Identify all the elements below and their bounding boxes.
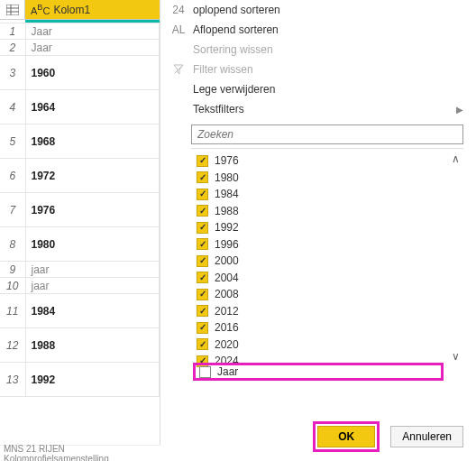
filter-value-label: 2008 bbox=[215, 288, 239, 300]
cancel-button[interactable]: Annuleren bbox=[390, 426, 463, 447]
checkbox[interactable] bbox=[197, 189, 208, 200]
filter-value-item[interactable]: 1996 bbox=[191, 236, 444, 254]
cell-value[interactable]: 1960 bbox=[25, 56, 160, 90]
filter-value-item[interactable]: 2016 bbox=[191, 319, 444, 337]
svg-rect-0 bbox=[6, 5, 19, 15]
table-row[interactable]: 61972 bbox=[0, 159, 160, 193]
filter-value-item[interactable]: 1988 bbox=[191, 203, 444, 220]
row-number: 13 bbox=[0, 363, 25, 397]
filter-value-jaar-highlighted[interactable]: Jaar bbox=[193, 363, 444, 381]
row-number: 7 bbox=[0, 193, 25, 227]
row-number: 9 bbox=[0, 262, 25, 278]
table-row[interactable]: 51968 bbox=[0, 124, 160, 159]
text-filters-label: Tekstfilters bbox=[193, 103, 244, 115]
scroll-up-icon[interactable]: ∧ bbox=[449, 152, 462, 165]
checkbox[interactable] bbox=[197, 205, 208, 217]
filter-value-label: 2012 bbox=[215, 305, 239, 318]
table-row[interactable]: 2Jaar bbox=[0, 40, 160, 56]
checkbox[interactable] bbox=[197, 222, 208, 234]
remove-empty-label: Lege verwijderen bbox=[193, 83, 275, 96]
filter-values-area: 1976198019841988199219962000200420082012… bbox=[191, 148, 463, 383]
filter-value-label: 1980 bbox=[215, 171, 239, 184]
filter-value-item[interactable]: 1980 bbox=[191, 170, 444, 187]
text-filters[interactable]: Tekstfilters ▶ bbox=[160, 99, 476, 119]
table-row[interactable]: 10jaar bbox=[0, 278, 160, 294]
ok-button[interactable]: OK bbox=[317, 426, 375, 447]
cell-value[interactable]: 1968 bbox=[25, 124, 160, 159]
filter-value-label: 1988 bbox=[215, 205, 239, 217]
sort-asc-icon: 24 bbox=[171, 4, 186, 16]
checkbox[interactable] bbox=[197, 305, 208, 317]
chevron-right-icon: ▶ bbox=[456, 105, 463, 115]
filter-value-item[interactable]: 2008 bbox=[191, 286, 444, 303]
clear-sort-label: Sortering wissen bbox=[193, 43, 273, 56]
table-row[interactable]: 1Jaar bbox=[0, 23, 160, 40]
table-row[interactable]: 71976 bbox=[0, 193, 160, 227]
scrollbar[interactable]: ∧ ∨ bbox=[447, 152, 463, 363]
filter-clear-icon bbox=[171, 64, 186, 75]
filter-value-label: 2016 bbox=[215, 321, 239, 334]
column-type-icon: ABC bbox=[31, 3, 50, 16]
cell-value[interactable]: jaar bbox=[25, 278, 160, 294]
row-number: 4 bbox=[0, 90, 25, 124]
filter-menu: 24 oplopend sorteren AL Aflopend sortere… bbox=[160, 0, 476, 461]
cell-value[interactable]: Jaar bbox=[25, 40, 160, 56]
checkbox[interactable] bbox=[197, 289, 208, 300]
filter-value-label: 2004 bbox=[215, 272, 239, 284]
row-number: 11 bbox=[0, 294, 25, 328]
clear-sort: Sortering wissen bbox=[160, 40, 476, 60]
checkbox-jaar[interactable] bbox=[199, 366, 211, 378]
sort-desc-label: Aflopend sorteren bbox=[193, 23, 279, 36]
checkbox[interactable] bbox=[197, 255, 208, 267]
sort-ascending[interactable]: 24 oplopend sorteren bbox=[160, 0, 476, 20]
table-row[interactable]: 81980 bbox=[0, 227, 160, 262]
table-row[interactable]: 31960 bbox=[0, 56, 160, 90]
clear-filter-label: Filter wissen bbox=[193, 63, 253, 76]
cell-value[interactable]: 1992 bbox=[25, 363, 160, 397]
cell-value[interactable]: 1980 bbox=[25, 227, 160, 262]
table-icon bbox=[0, 0, 25, 19]
filter-value-item[interactable]: 2012 bbox=[191, 303, 444, 320]
column-header-kolom1[interactable]: ABC Kolom1 bbox=[25, 0, 160, 19]
row-number: 2 bbox=[0, 40, 25, 56]
sort-descending[interactable]: AL Aflopend sorteren bbox=[160, 20, 476, 40]
ok-button-highlight: OK bbox=[313, 421, 380, 452]
cell-value[interactable]: 1976 bbox=[25, 193, 160, 227]
checkbox[interactable] bbox=[197, 338, 208, 350]
checkbox[interactable] bbox=[197, 171, 208, 183]
filter-value-item[interactable]: 2000 bbox=[191, 253, 444, 270]
checkbox[interactable] bbox=[197, 322, 208, 334]
filter-value-item[interactable]: 1984 bbox=[191, 186, 444, 203]
filter-value-item[interactable]: 2004 bbox=[191, 270, 444, 287]
checkbox[interactable] bbox=[197, 155, 208, 167]
scroll-down-icon[interactable]: ∨ bbox=[449, 350, 462, 363]
cell-value[interactable]: Jaar bbox=[25, 23, 160, 40]
filter-value-item[interactable]: 1992 bbox=[191, 219, 444, 236]
clear-filter: Filter wissen bbox=[160, 60, 476, 79]
cell-value[interactable]: 1984 bbox=[25, 294, 160, 328]
dialog-buttons: OK Annuleren bbox=[313, 421, 463, 452]
status-bar: MNS 21 RIJEN Kolomprofielsamenstelling bbox=[0, 445, 160, 461]
table-row[interactable]: 9jaar bbox=[0, 262, 160, 278]
remove-empty[interactable]: Lege verwijderen bbox=[160, 79, 476, 99]
table-row[interactable]: 121988 bbox=[0, 328, 160, 363]
search-input[interactable] bbox=[191, 124, 463, 144]
filter-value-label: 1996 bbox=[215, 238, 239, 251]
checkbox[interactable] bbox=[197, 238, 208, 250]
table-row[interactable]: 111984 bbox=[0, 294, 160, 328]
filter-value-label: 2020 bbox=[215, 338, 239, 351]
filter-value-label: 2000 bbox=[215, 254, 239, 267]
table-row[interactable]: 41964 bbox=[0, 90, 160, 124]
cell-value[interactable]: jaar bbox=[25, 262, 160, 278]
checkbox[interactable] bbox=[197, 272, 208, 283]
filter-value-item[interactable]: 2020 bbox=[191, 337, 444, 354]
row-number: 5 bbox=[0, 124, 25, 159]
cell-value[interactable]: 1964 bbox=[25, 90, 160, 124]
filter-value-item[interactable]: 1976 bbox=[191, 152, 444, 170]
data-grid: 1Jaar2Jaar319604196451968619727197681980… bbox=[0, 23, 160, 397]
filter-values-list: 1976198019841988199219962000200420082012… bbox=[191, 152, 444, 383]
cell-value[interactable]: 1972 bbox=[25, 159, 160, 193]
row-number: 10 bbox=[0, 278, 25, 294]
cell-value[interactable]: 1988 bbox=[25, 328, 160, 363]
table-row[interactable]: 131992 bbox=[0, 363, 160, 397]
